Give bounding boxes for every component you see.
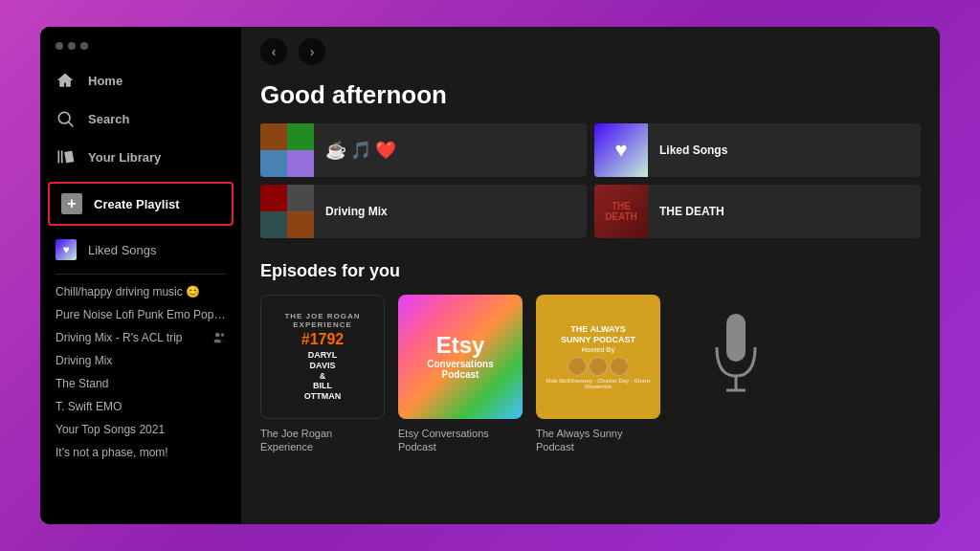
liked-songs-icon: ♥ bbox=[56, 239, 77, 260]
death-art-text: THEDEATH bbox=[605, 201, 637, 222]
sidebar: Home Search Your Library bbox=[40, 27, 241, 524]
death-thumb: THEDEATH bbox=[594, 185, 648, 238]
episodes-section-title: Episodes for you bbox=[260, 261, 921, 281]
playlist-item-7[interactable]: It's not a phase, mom! bbox=[40, 441, 241, 464]
jre-network-label: THE JOE ROGAN EXPERIENCE bbox=[267, 312, 378, 329]
svg-point-5 bbox=[215, 333, 220, 338]
playlist-label-6: Your Top Songs 2021 bbox=[56, 423, 165, 436]
recent-card-liked[interactable]: ♥ Liked Songs bbox=[594, 123, 921, 177]
playlist-item-4[interactable]: The Stand bbox=[40, 372, 241, 395]
emoji-row: ☕ 🎵 ❤️ bbox=[314, 140, 408, 161]
etsy-art-text3: Podcast bbox=[442, 369, 479, 380]
jre-name: DARYL DAVIS & BILL OTTMAN bbox=[304, 350, 342, 402]
recent-card-driving[interactable]: Driving Mix bbox=[260, 185, 587, 238]
mini-img-4 bbox=[287, 150, 314, 177]
sunny-subtitle: Hosted By bbox=[582, 346, 615, 353]
playlist-label-2: Driving Mix - R's ACL trip bbox=[56, 331, 183, 344]
create-playlist-button[interactable]: + Create Playlist bbox=[52, 186, 230, 222]
episode-card-etsy[interactable]: Etsy Conversations Podcast Etsy Conversa… bbox=[398, 295, 523, 454]
playlist-item-5[interactable]: T. Swift EMO bbox=[40, 395, 241, 418]
svg-point-0 bbox=[58, 112, 70, 123]
playlist-label-4: The Stand bbox=[56, 377, 108, 390]
liked-songs-label: Liked Songs bbox=[88, 243, 157, 257]
playlist-item-3[interactable]: Driving Mix bbox=[40, 349, 241, 372]
greeting-text: Good afternoon bbox=[260, 80, 921, 110]
dc1 bbox=[260, 185, 287, 211]
mini-img-1 bbox=[260, 123, 287, 150]
recent-card-death[interactable]: THEDEATH THE DEATH bbox=[594, 185, 921, 238]
emoji-thumb bbox=[260, 123, 314, 177]
dc4 bbox=[287, 211, 314, 238]
mic-svg bbox=[707, 309, 765, 405]
playlist-label-3: Driving Mix bbox=[56, 354, 112, 367]
svg-rect-4 bbox=[64, 151, 74, 164]
forward-button[interactable]: › bbox=[299, 38, 325, 65]
dot-1 bbox=[56, 42, 63, 50]
back-icon: ‹ bbox=[272, 44, 277, 59]
plus-icon: + bbox=[61, 193, 82, 214]
etsy-title: Etsy Conversations Podcast bbox=[398, 427, 523, 454]
sidebar-item-search[interactable]: Search bbox=[40, 99, 241, 138]
svg-rect-2 bbox=[58, 150, 60, 163]
search-icon bbox=[56, 109, 75, 128]
jre-art: THE JOE ROGAN EXPERIENCE #1792 DARYL DAV… bbox=[260, 295, 385, 419]
dc2 bbox=[287, 185, 314, 211]
sunny-cast: Rob McElhenney · Charlie Day · Glenn How… bbox=[542, 378, 655, 389]
svg-point-6 bbox=[221, 333, 225, 337]
sidebar-item-library[interactable]: Your Library bbox=[40, 138, 241, 176]
etsy-art-text2: Conversations bbox=[427, 359, 493, 369]
playlist-label-0: Chill/happy driving music 😊 bbox=[56, 285, 200, 298]
liked-recent-thumb: ♥ bbox=[594, 123, 648, 177]
sunny-title: The Always Sunny Podcast bbox=[536, 427, 660, 454]
window-controls bbox=[40, 38, 241, 61]
home-label: Home bbox=[88, 74, 122, 88]
episode-card-jre[interactable]: THE JOE ROGAN EXPERIENCE #1792 DARYL DAV… bbox=[260, 295, 385, 454]
jre-title: The Joe Rogan Experience bbox=[260, 427, 385, 454]
forward-icon: › bbox=[310, 44, 315, 59]
face-3 bbox=[610, 357, 629, 376]
dot-3 bbox=[80, 42, 88, 50]
sidebar-item-liked-songs[interactable]: ♥ Liked Songs bbox=[40, 231, 241, 268]
episode-card-sunny[interactable]: The AlwaysSunny Podcast Hosted By Rob Mc… bbox=[536, 295, 660, 454]
episode-card-fourth[interactable] bbox=[674, 295, 798, 454]
svg-line-1 bbox=[69, 122, 74, 127]
recent-card-emoji[interactable]: ☕ 🎵 ❤️ bbox=[260, 123, 587, 177]
sunny-faces bbox=[568, 357, 629, 376]
etsy-art: Etsy Conversations Podcast bbox=[398, 295, 523, 419]
playlist-label-1: Pure Noise Lofi Punk Emo Pop P... bbox=[56, 308, 226, 321]
sidebar-divider bbox=[56, 274, 226, 275]
sidebar-item-home[interactable]: Home bbox=[40, 61, 241, 99]
death-card-label: THE DEATH bbox=[648, 205, 736, 218]
jre-number: #1792 bbox=[301, 331, 345, 348]
library-label: Your Library bbox=[88, 150, 161, 165]
fourth-art bbox=[674, 295, 798, 419]
topbar: ‹ › bbox=[241, 27, 940, 65]
emoji-music: 🎵 bbox=[350, 140, 371, 161]
playlist-item-2[interactable]: Driving Mix - R's ACL trip bbox=[40, 326, 241, 349]
dot-2 bbox=[68, 42, 76, 50]
playlist-item-1[interactable]: Pure Noise Lofi Punk Emo Pop P... bbox=[40, 303, 241, 326]
recent-grid: ☕ 🎵 ❤️ ♥ Liked Songs bbox=[260, 123, 921, 238]
playlist-item-6[interactable]: Your Top Songs 2021 bbox=[40, 418, 241, 441]
driving-thumb bbox=[260, 185, 314, 238]
playlist-label-5: T. Swift EMO bbox=[56, 400, 122, 413]
episodes-grid: THE JOE ROGAN EXPERIENCE #1792 DARYL DAV… bbox=[260, 295, 921, 454]
emoji-heart: ❤️ bbox=[375, 140, 396, 161]
fourth-art-inner bbox=[674, 295, 798, 419]
playlist-item-0[interactable]: Chill/happy driving music 😊 bbox=[40, 280, 241, 303]
mini-img-3 bbox=[260, 150, 287, 177]
content-scroll[interactable]: Good afternoon ☕ 🎵 ❤️ bbox=[241, 65, 940, 524]
face-2 bbox=[589, 357, 608, 376]
search-label: Search bbox=[88, 112, 129, 126]
sunny-art-title: The AlwaysSunny Podcast bbox=[561, 324, 635, 345]
etsy-art-text1: Etsy bbox=[436, 334, 485, 357]
back-button[interactable]: ‹ bbox=[260, 38, 287, 65]
home-icon bbox=[56, 71, 75, 90]
dc3 bbox=[260, 211, 287, 238]
face-1 bbox=[568, 357, 587, 376]
create-playlist-label: Create Playlist bbox=[94, 197, 180, 211]
playlist-label-7: It's not a phase, mom! bbox=[56, 446, 168, 459]
sunny-art-inner: The AlwaysSunny Podcast Hosted By Rob Mc… bbox=[536, 295, 660, 419]
mini-img-2 bbox=[287, 123, 314, 150]
emoji-coffee: ☕ bbox=[325, 140, 346, 161]
